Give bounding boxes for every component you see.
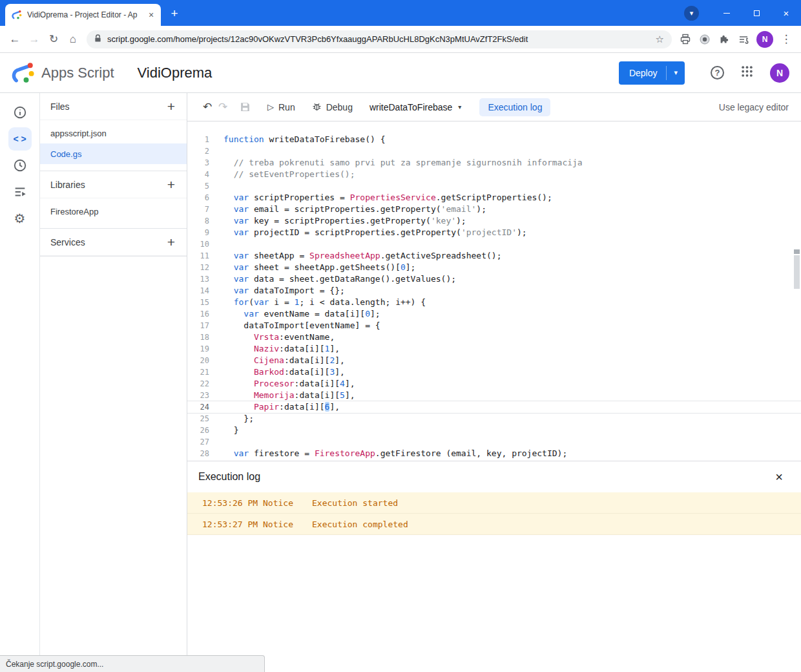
browser-profile-avatar[interactable]: N <box>756 31 773 48</box>
code-line-20[interactable]: 20 Cijena:data[i][2], <box>187 355 801 366</box>
code-line-26[interactable]: 26 } <box>187 425 801 436</box>
product-name[interactable]: Apps Script <box>41 65 114 81</box>
sidebar-item-overview[interactable] <box>8 101 32 124</box>
code-line-16[interactable]: 16 var eventName = data[i][0]; <box>187 308 801 320</box>
line-number: 6 <box>187 192 209 204</box>
execution-log-close-icon[interactable]: × <box>771 469 787 485</box>
code-line-22[interactable]: 22 Procesor:data[i][4], <box>187 378 801 390</box>
file-item-Code.gs[interactable]: Code.gs <box>40 143 187 164</box>
code-line-13[interactable]: 13 var data = sheet.getDataRange().getVa… <box>187 273 801 285</box>
execution-log-button[interactable]: Execution log <box>479 98 550 116</box>
library-item-FirestoreApp[interactable]: FirestoreApp <box>40 201 187 222</box>
deploy-button[interactable]: Deploy ▾ <box>619 61 685 85</box>
code-line-11[interactable]: 11 var sheetApp = SpreadsheetApp.getActi… <box>187 250 801 262</box>
code-editor[interactable]: 1function writeDataToFirebase() {23 // t… <box>187 121 801 461</box>
extension-icon[interactable] <box>695 30 714 49</box>
save-icon[interactable] <box>240 101 251 112</box>
print-icon[interactable] <box>676 30 695 49</box>
code-line-27[interactable]: 27 <box>187 436 801 448</box>
code-icon: < > <box>13 134 26 144</box>
file-item-appsscript.json[interactable]: appsscript.json <box>40 123 187 143</box>
deploy-caret-icon[interactable]: ▾ <box>667 68 685 77</box>
execution-log-title: Execution log <box>198 471 260 483</box>
undo-icon[interactable]: ↶ <box>200 100 215 114</box>
line-number: 13 <box>187 273 209 285</box>
use-legacy-editor-link[interactable]: Use legacy editor <box>719 102 789 112</box>
media-controls-icon[interactable] <box>734 30 753 49</box>
sidebar-item-editor[interactable]: < > <box>8 127 32 151</box>
code-line-8[interactable]: 8 var key = scriptProperties.getProperty… <box>187 215 801 227</box>
tab-title: VidiOprema - Project Editor - Ap <box>27 10 140 19</box>
code-line-25[interactable]: 25 }; <box>187 413 801 425</box>
sidebar-item-triggers[interactable] <box>8 154 32 177</box>
function-selector[interactable]: writeDataToFirebase ▾ <box>369 102 461 112</box>
code-line-6[interactable]: 6 var scriptProperties = PropertiesServi… <box>187 192 801 204</box>
browser-tab[interactable]: VidiOprema - Project Editor - Ap × <box>5 4 161 26</box>
apps-script-logo[interactable] <box>12 61 35 85</box>
line-number: 19 <box>187 343 209 355</box>
home-button[interactable]: ⌂ <box>63 30 83 49</box>
reload-button[interactable]: ↻ <box>44 30 63 49</box>
run-icon: ▷ <box>267 102 274 112</box>
line-code: Procesor:data[i][4], <box>209 378 355 390</box>
code-line-21[interactable]: 21 Barkod:data[i][3], <box>187 366 801 378</box>
browser-menu-icon[interactable]: ⋮ <box>776 30 796 49</box>
code-line-3[interactable]: 3 // treba pokrenuti samo prvi put za sp… <box>187 157 801 169</box>
line-code: var email = scriptProperties.getProperty… <box>209 204 486 215</box>
deploy-label: Deploy <box>619 68 667 78</box>
add-service-button[interactable]: + <box>161 233 181 252</box>
code-line-19[interactable]: 19 Naziv:data[i][1], <box>187 343 801 355</box>
code-line-14[interactable]: 14 var dataToImport = {}; <box>187 285 801 297</box>
extensions-puzzle-icon[interactable] <box>714 30 734 49</box>
forward-button[interactable]: → <box>25 30 44 49</box>
project-title[interactable]: VidiOprema <box>138 65 213 81</box>
line-number: 2 <box>187 145 209 157</box>
code-line-12[interactable]: 12 var sheet = sheetApp.getSheets()[0]; <box>187 262 801 273</box>
code-line-23[interactable]: 23 Memorija:data[i][5], <box>187 390 801 401</box>
line-number: 18 <box>187 331 209 343</box>
add-library-button[interactable]: + <box>161 175 181 194</box>
sidebar-item-settings[interactable]: ⚙ <box>8 207 32 230</box>
code-line-9[interactable]: 9 var projectID = scriptProperties.getPr… <box>187 227 801 238</box>
chrome-update-icon[interactable]: ▾ <box>684 6 699 21</box>
add-file-button[interactable]: + <box>161 97 181 116</box>
code-line-5[interactable]: 5 <box>187 180 801 192</box>
log-time: 12:53:27 PM <box>202 520 263 529</box>
code-line-10[interactable]: 10 <box>187 238 801 250</box>
code-line-2[interactable]: 2 <box>187 145 801 157</box>
line-code: var scriptProperties = PropertiesService… <box>209 192 552 204</box>
code-line-18[interactable]: 18 Vrsta:eventName, <box>187 331 801 343</box>
code-line-7[interactable]: 7 var email = scriptProperties.getProper… <box>187 204 801 215</box>
bookmark-star-icon[interactable]: ☆ <box>656 34 664 45</box>
line-code <box>209 145 224 157</box>
minimize-button[interactable] <box>712 0 742 26</box>
sidebar-item-executions[interactable] <box>8 180 32 204</box>
run-button[interactable]: ▷ Run <box>267 102 295 112</box>
debug-button[interactable]: Debug <box>312 101 353 113</box>
tab-close-icon[interactable]: × <box>145 9 157 21</box>
line-code: // setEventProperties(); <box>209 169 355 180</box>
code-line-15[interactable]: 15 for(var i = 1; i < data.length; i++) … <box>187 297 801 308</box>
line-number: 22 <box>187 378 209 390</box>
line-code: for(var i = 1; i < data.length; i++) { <box>209 297 426 308</box>
address-bar[interactable]: script.google.com/home/projects/12ac90vO… <box>87 30 672 48</box>
editor-scrollbar[interactable] <box>794 255 800 289</box>
account-avatar[interactable]: N <box>770 63 789 83</box>
close-button[interactable]: × <box>771 0 801 26</box>
code-line-24[interactable]: 24 Papir:data[i][6], <box>187 401 801 413</box>
new-tab-button[interactable]: + <box>166 5 183 22</box>
minimize-icon <box>723 13 730 14</box>
apps-grid-icon[interactable] <box>741 65 753 80</box>
code-line-1[interactable]: 1function writeDataToFirebase() { <box>187 134 801 145</box>
back-button[interactable]: ← <box>5 30 25 49</box>
log-message: Execution started <box>312 498 801 508</box>
code-line-28[interactable]: 28 var firestore = FirestoreApp.getFires… <box>187 448 801 459</box>
code-line-17[interactable]: 17 dataToImport[eventName] = { <box>187 320 801 331</box>
overview-ruler-mark <box>794 249 800 254</box>
code-line-4[interactable]: 4 // setEventProperties(); <box>187 169 801 180</box>
line-number: 25 <box>187 413 209 425</box>
maximize-button[interactable] <box>742 0 771 26</box>
help-icon[interactable]: ? <box>711 66 724 79</box>
log-entry: 12:53:26 PMNoticeExecution started <box>187 492 801 514</box>
redo-icon[interactable]: ↷ <box>215 100 231 114</box>
